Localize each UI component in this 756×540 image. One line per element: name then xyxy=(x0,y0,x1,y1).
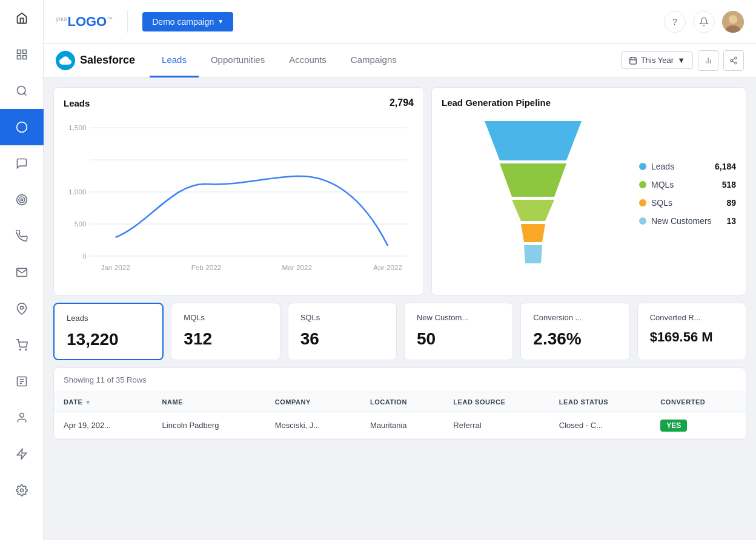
svg-point-31 xyxy=(731,59,733,62)
sidebar-item-user[interactable] xyxy=(0,400,44,436)
stat-card-conversion[interactable]: Conversion ... 2.36% xyxy=(520,303,629,360)
table-body: Apr 19, 202... Lincoln Padberg Mosciski,… xyxy=(54,412,746,439)
logo: yourLOGO™ xyxy=(56,14,113,30)
sidebar-item-cart[interactable] xyxy=(0,327,44,363)
help-icon: ? xyxy=(672,17,677,27)
avatar[interactable] xyxy=(722,11,744,33)
cell-lead-source: Referral xyxy=(443,412,549,439)
chart-view-button[interactable] xyxy=(698,50,718,71)
svg-rect-2 xyxy=(22,56,26,59)
topbar: yourLOGO™ Demo campaign ▼ ? xyxy=(44,0,756,44)
legend-item-mqls: MQLs 518 xyxy=(639,180,736,189)
svg-text:Jan 2022: Jan 2022 xyxy=(101,264,130,271)
new-customers-legend-value: 13 xyxy=(726,216,736,226)
logo-tm: ™ xyxy=(107,15,113,22)
help-button[interactable]: ? xyxy=(664,11,686,33)
leads-chart-card: Leads 2,794 1,500 1,000 500 xyxy=(53,87,424,295)
sqls-dot xyxy=(639,199,646,206)
svg-point-9 xyxy=(21,199,22,200)
tab-opportunities[interactable]: Opportunities xyxy=(199,44,277,77)
cloud-icon xyxy=(59,54,71,67)
leads-chart-header: Leads 2,794 xyxy=(64,97,414,108)
stat-card-new-customers[interactable]: New Custom... 50 xyxy=(404,303,513,360)
data-table: DATE ▼ NAME COMPANY LOCATION LEAD SOURCE… xyxy=(54,392,746,439)
svg-point-8 xyxy=(19,197,25,203)
logo-your: your xyxy=(56,15,67,22)
svg-point-32 xyxy=(735,62,737,64)
stat-label-leads: Leads xyxy=(67,314,150,323)
stat-card-mqls[interactable]: MQLs 312 xyxy=(171,303,280,360)
col-header-lead-status: LEAD STATUS xyxy=(549,392,651,412)
svg-point-10 xyxy=(20,306,23,309)
avatar-image xyxy=(722,11,744,33)
pipeline-header: Lead Generation Pipeline xyxy=(442,97,736,108)
demo-campaign-button[interactable]: Demo campaign ▼ xyxy=(142,12,233,31)
svg-point-19 xyxy=(20,489,23,492)
col-header-date[interactable]: DATE ▼ xyxy=(54,392,153,412)
mqls-dot xyxy=(639,181,646,188)
content-area: Leads 2,794 1,500 1,000 500 xyxy=(44,77,756,540)
sidebar-item-chart[interactable] xyxy=(0,109,44,145)
cell-date: Apr 19, 202... xyxy=(54,412,153,439)
svg-point-6 xyxy=(16,122,27,133)
legend-item-new-customers: New Customers 13 xyxy=(639,216,736,226)
svg-text:500: 500 xyxy=(75,220,87,228)
sidebar-item-search[interactable] xyxy=(0,73,44,109)
converted-badge: YES xyxy=(660,420,687,432)
sidebar-item-location[interactable] xyxy=(0,291,44,327)
sidebar-item-grid[interactable] xyxy=(0,36,44,73)
topbar-right: ? xyxy=(664,11,744,33)
leads-line-chart: 1,500 1,000 500 0 Jan 2022 Feb 2022 Mar … xyxy=(64,116,414,285)
cell-company: Mosciski, J... xyxy=(265,412,360,439)
sidebar-item-report[interactable] xyxy=(0,363,44,400)
stat-card-leads[interactable]: Leads 13,220 xyxy=(53,303,164,360)
cell-location: Mauritania xyxy=(360,412,443,439)
notification-button[interactable] xyxy=(693,11,715,33)
stat-label-conversion: Conversion ... xyxy=(533,313,617,322)
tab-leads[interactable]: Leads xyxy=(150,44,199,77)
stat-value-converted-revenue: $169.56 M xyxy=(650,329,734,345)
nav-tabs: Leads Opportunities Accounts Campaigns xyxy=(150,44,409,77)
share-icon xyxy=(729,56,738,65)
pipeline-content: Leads 6,184 MQLs 518 SQLs 89 xyxy=(442,115,736,272)
main-area: yourLOGO™ Demo campaign ▼ ? xyxy=(44,0,756,540)
topbar-divider xyxy=(127,11,128,33)
svg-marker-49 xyxy=(500,163,566,197)
svg-rect-3 xyxy=(17,56,21,59)
logo-name: LOGO xyxy=(67,14,107,29)
this-year-filter-button[interactable]: This Year ▼ xyxy=(621,51,693,69)
sidebar-item-plugin[interactable] xyxy=(0,436,44,472)
pipeline-legend: Leads 6,184 MQLs 518 SQLs 89 xyxy=(639,162,736,226)
stat-card-sqls[interactable]: SQLs 36 xyxy=(288,303,397,360)
salesforce-branding: Salesforce xyxy=(56,51,135,70)
share-button[interactable] xyxy=(723,50,744,71)
svg-rect-1 xyxy=(22,50,26,54)
stat-label-converted-revenue: Converted R... xyxy=(650,313,734,322)
stat-label-new-customers: New Custom... xyxy=(417,313,500,322)
stat-card-converted-revenue[interactable]: Converted R... $169.56 M xyxy=(637,303,746,360)
salesforce-icon xyxy=(56,51,75,70)
sidebar-item-target[interactable] xyxy=(0,182,44,218)
svg-marker-18 xyxy=(17,449,26,459)
sidebar-item-chat[interactable] xyxy=(0,145,44,182)
legend-item-leads: Leads 6,184 xyxy=(639,162,736,171)
tab-campaigns[interactable]: Campaigns xyxy=(339,44,409,77)
funnel-chart xyxy=(442,115,625,272)
stat-label-sqls: SQLs xyxy=(300,313,384,322)
table-row: Apr 19, 202... Lincoln Padberg Mosciski,… xyxy=(54,412,746,439)
tab-accounts[interactable]: Accounts xyxy=(277,44,339,77)
svg-line-5 xyxy=(24,93,26,96)
svg-text:Apr 2022: Apr 2022 xyxy=(373,264,402,271)
sidebar-item-home[interactable] xyxy=(0,0,44,36)
stat-value-leads: 13,220 xyxy=(67,330,150,349)
sidebar-item-settings[interactable] xyxy=(0,472,44,509)
table-showing-text: Showing 11 of 35 Rows xyxy=(64,375,147,384)
sidebar-item-phone[interactable] xyxy=(0,218,44,254)
mqls-legend-label: MQLs xyxy=(651,180,717,189)
svg-marker-48 xyxy=(485,121,582,160)
svg-marker-50 xyxy=(512,200,554,221)
dropdown-arrow-icon: ▼ xyxy=(217,18,224,25)
col-header-lead-source: LEAD SOURCE xyxy=(443,392,549,412)
sidebar-item-mail[interactable] xyxy=(0,254,44,291)
demo-campaign-label: Demo campaign xyxy=(152,17,214,27)
